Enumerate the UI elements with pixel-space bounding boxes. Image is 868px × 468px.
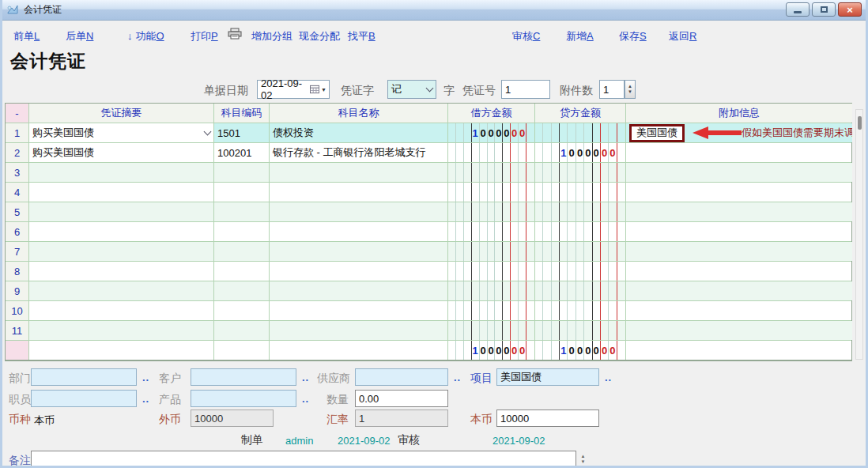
cell-account-name[interactable]: 银行存款 - 工商银行洛阳老城支行 bbox=[270, 143, 448, 162]
date-input[interactable]: 2021-09-02 ▼ bbox=[257, 80, 330, 99]
new-button[interactable]: 新增A bbox=[566, 29, 594, 43]
cell-account-code[interactable] bbox=[214, 242, 270, 261]
cell-summary[interactable] bbox=[29, 242, 214, 261]
cell-extra-info[interactable] bbox=[626, 301, 852, 320]
row-number[interactable]: 8 bbox=[6, 262, 29, 281]
cell-credit-amount[interactable] bbox=[535, 163, 626, 182]
customer-browse-button[interactable]: .. bbox=[302, 372, 309, 383]
printer-icon-button[interactable] bbox=[228, 28, 242, 42]
cell-credit-amount[interactable] bbox=[535, 242, 626, 261]
row-number[interactable]: 5 bbox=[6, 202, 29, 221]
local-amount-input[interactable]: 10000 bbox=[496, 410, 599, 427]
cell-debit-amount[interactable] bbox=[448, 202, 535, 221]
cell-account-code[interactable] bbox=[214, 222, 270, 241]
cash-allocate-button[interactable]: 现金分配 bbox=[299, 29, 340, 43]
save-button[interactable]: 保存S bbox=[619, 29, 647, 43]
cell-extra-info[interactable] bbox=[626, 202, 852, 221]
cell-account-name[interactable] bbox=[270, 281, 448, 300]
cell-summary[interactable] bbox=[29, 262, 214, 281]
prev-voucher-button[interactable]: 前单L bbox=[13, 29, 40, 43]
cell-extra-info[interactable]: 美国国债假如美国国债需要期末调汇 bbox=[626, 123, 852, 142]
maximize-button[interactable] bbox=[812, 2, 836, 17]
cell-credit-amount[interactable] bbox=[535, 321, 626, 340]
cell-extra-info[interactable] bbox=[626, 321, 852, 340]
cell-extra-info[interactable] bbox=[626, 183, 852, 202]
department-browse-button[interactable]: .. bbox=[142, 372, 149, 383]
cell-debit-amount[interactable] bbox=[448, 143, 535, 162]
return-button[interactable]: 返回R bbox=[669, 29, 696, 43]
attach-count-input[interactable]: 1 bbox=[599, 80, 625, 99]
row-number[interactable]: 10 bbox=[6, 301, 29, 320]
cell-debit-amount[interactable] bbox=[448, 183, 535, 202]
cell-credit-amount[interactable] bbox=[535, 123, 626, 142]
print-button[interactable]: 打印P bbox=[191, 29, 218, 43]
cell-account-name[interactable] bbox=[270, 183, 448, 202]
cell-account-name[interactable] bbox=[270, 242, 448, 261]
row-number[interactable]: 9 bbox=[6, 281, 29, 300]
cell-account-code[interactable] bbox=[214, 301, 270, 320]
cell-account-code[interactable] bbox=[214, 183, 270, 202]
quantity-input[interactable]: 0.00 bbox=[355, 390, 448, 407]
cell-account-code[interactable] bbox=[214, 202, 270, 221]
cell-extra-info[interactable] bbox=[626, 242, 852, 261]
row-number[interactable]: 3 bbox=[6, 163, 29, 182]
cell-debit-amount[interactable] bbox=[448, 281, 535, 300]
project-browse-button[interactable]: .. bbox=[605, 372, 612, 383]
customer-input[interactable] bbox=[191, 368, 296, 386]
cell-credit-amount[interactable]: 1000000 bbox=[535, 143, 626, 162]
cell-summary[interactable] bbox=[29, 183, 214, 202]
cell-credit-amount[interactable] bbox=[535, 301, 626, 320]
cell-credit-amount[interactable] bbox=[535, 281, 626, 300]
add-group-button[interactable]: 增加分组 bbox=[251, 29, 292, 43]
row-number[interactable]: 6 bbox=[6, 222, 29, 241]
cell-extra-info[interactable] bbox=[626, 281, 852, 300]
cell-credit-amount[interactable] bbox=[535, 262, 626, 281]
minimize-button[interactable] bbox=[786, 2, 810, 17]
cell-extra-info[interactable] bbox=[626, 143, 852, 162]
product-input[interactable] bbox=[191, 390, 296, 407]
row-number[interactable]: 7 bbox=[6, 242, 29, 261]
cell-summary[interactable]: 购买美国国债 bbox=[29, 123, 214, 142]
cell-account-name[interactable] bbox=[270, 262, 448, 281]
cell-extra-info[interactable] bbox=[626, 222, 852, 241]
project-input[interactable]: 美国国债 bbox=[496, 368, 599, 386]
staff-browse-button[interactable]: .. bbox=[142, 393, 149, 405]
cell-account-name[interactable] bbox=[270, 202, 448, 221]
cell-debit-amount[interactable] bbox=[448, 321, 535, 340]
row-number[interactable]: 2 bbox=[6, 143, 29, 162]
cell-credit-amount[interactable] bbox=[535, 222, 626, 241]
cell-debit-amount[interactable] bbox=[448, 222, 535, 241]
cell-debit-amount[interactable] bbox=[448, 242, 535, 261]
cell-account-code[interactable]: 1501 bbox=[214, 123, 270, 142]
cell-extra-info[interactable] bbox=[626, 262, 852, 281]
cell-account-name[interactable] bbox=[270, 321, 448, 340]
cell-account-name[interactable] bbox=[270, 222, 448, 241]
cell-account-name[interactable] bbox=[270, 163, 448, 182]
balance-button[interactable]: 找平B bbox=[348, 29, 376, 43]
cell-summary[interactable]: 购买美国国债 bbox=[29, 143, 214, 162]
cell-account-code[interactable] bbox=[214, 163, 270, 182]
supplier-input[interactable] bbox=[355, 368, 448, 386]
department-input[interactable] bbox=[31, 368, 137, 386]
cell-debit-amount[interactable] bbox=[448, 262, 535, 281]
product-browse-button[interactable]: .. bbox=[302, 393, 309, 405]
functions-button[interactable]: ↓功能O bbox=[127, 29, 164, 43]
cell-account-code[interactable] bbox=[214, 281, 270, 300]
cell-account-name[interactable] bbox=[270, 301, 448, 320]
grid-scrollbar[interactable] bbox=[855, 109, 863, 360]
attach-count-stepper[interactable]: ▲▼ bbox=[625, 80, 636, 99]
cell-debit-amount[interactable] bbox=[448, 301, 535, 320]
row-number[interactable]: 1 bbox=[6, 123, 29, 142]
cell-account-code[interactable] bbox=[214, 262, 270, 281]
staff-input[interactable] bbox=[31, 390, 137, 407]
close-button[interactable]: × bbox=[838, 2, 862, 17]
supplier-browse-button[interactable]: .. bbox=[454, 372, 461, 383]
cell-credit-amount[interactable] bbox=[535, 202, 626, 221]
cell-extra-info[interactable] bbox=[626, 163, 852, 182]
cell-credit-amount[interactable] bbox=[535, 183, 626, 202]
cell-account-code[interactable] bbox=[214, 321, 270, 340]
cell-summary[interactable] bbox=[29, 222, 214, 241]
cell-summary[interactable] bbox=[29, 163, 214, 182]
audit-button[interactable]: 审核C bbox=[512, 29, 540, 43]
cell-account-name[interactable]: 债权投资 bbox=[270, 123, 448, 142]
